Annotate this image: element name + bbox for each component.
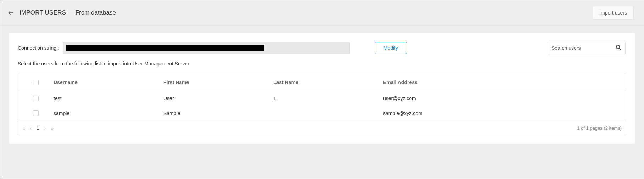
search-box[interactable] bbox=[548, 42, 626, 54]
search-input[interactable] bbox=[551, 45, 615, 51]
pager-prev-icon[interactable]: ‹ bbox=[30, 126, 32, 131]
row-select-cell bbox=[18, 110, 54, 116]
connection-row: Connection string : Modify bbox=[9, 42, 635, 54]
col-first-name[interactable]: First Name bbox=[163, 80, 273, 85]
pager-summary: 1 of 1 pages (2 items) bbox=[577, 125, 622, 131]
cell-username: test bbox=[54, 96, 163, 101]
back-arrow-icon[interactable] bbox=[7, 9, 15, 16]
connection-string-box bbox=[63, 42, 350, 54]
cell-email: user@xyz.com bbox=[383, 96, 626, 101]
row-select-cell bbox=[18, 96, 54, 101]
cell-email: sample@xyz.com bbox=[383, 110, 626, 116]
row-checkbox[interactable] bbox=[33, 96, 39, 101]
cell-last-name: 1 bbox=[273, 96, 383, 101]
col-last-name[interactable]: Last Name bbox=[273, 80, 383, 85]
page-title-sep: — bbox=[66, 9, 75, 16]
page-header: IMPORT USERS — From database Import user… bbox=[0, 0, 644, 26]
search-icon[interactable] bbox=[615, 44, 622, 52]
cell-username: sample bbox=[54, 110, 163, 116]
import-users-button[interactable]: Import users bbox=[593, 6, 634, 20]
connection-label: Connection string : bbox=[18, 45, 59, 51]
table-header-row: Username First Name Last Name Email Addr… bbox=[18, 74, 626, 91]
pager-last-icon[interactable]: » bbox=[51, 126, 54, 131]
svg-point-1 bbox=[616, 45, 620, 49]
cell-first-name: User bbox=[163, 96, 273, 101]
col-email[interactable]: Email Address bbox=[383, 80, 626, 85]
pager-first-icon[interactable]: « bbox=[22, 126, 25, 131]
pager-current-page[interactable]: 1 bbox=[37, 125, 39, 131]
table-row: sample Sample sample@xyz.com bbox=[18, 106, 626, 121]
page-title: IMPORT USERS — From database bbox=[19, 9, 116, 16]
connection-string-redacted bbox=[66, 45, 264, 51]
table-row: test User 1 user@xyz.com bbox=[18, 91, 626, 106]
select-all-cell bbox=[18, 80, 54, 85]
select-all-checkbox[interactable] bbox=[33, 80, 39, 85]
page-title-sub: From database bbox=[75, 9, 116, 16]
pager-next-icon[interactable]: › bbox=[44, 126, 46, 131]
pager: « ‹ 1 › » 1 of 1 pages (2 items) bbox=[18, 121, 626, 135]
row-checkbox[interactable] bbox=[33, 110, 39, 116]
header-left: IMPORT USERS — From database bbox=[7, 9, 116, 16]
page-title-main: IMPORT USERS bbox=[19, 9, 66, 16]
users-table: Username First Name Last Name Email Addr… bbox=[18, 74, 626, 121]
col-username[interactable]: Username bbox=[54, 80, 163, 85]
modify-button[interactable]: Modify bbox=[375, 42, 407, 54]
cell-first-name: Sample bbox=[163, 110, 273, 116]
svg-line-2 bbox=[619, 48, 621, 50]
pager-controls: « ‹ 1 › » bbox=[22, 125, 54, 131]
instruction-text: Select the users from the following list… bbox=[9, 54, 635, 74]
main-panel: Connection string : Modify Select the us… bbox=[9, 33, 635, 144]
